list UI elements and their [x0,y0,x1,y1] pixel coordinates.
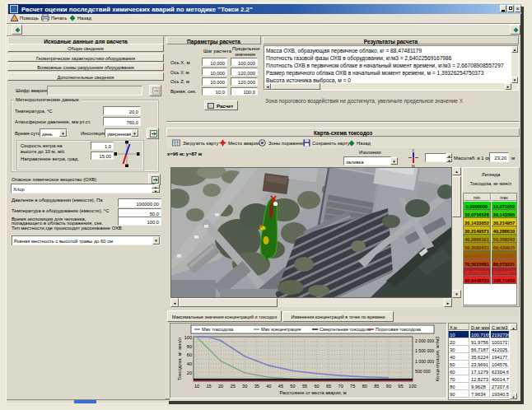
svg-text:20: 20 [187,370,192,375]
svg-text:55: 55 [302,384,307,389]
svg-text:Пороговая токсодоза: Пороговая токсодоза [376,327,422,332]
svg-text:Мах концентрация: Мах концентрация [261,327,301,332]
svg-text:100: 100 [408,384,416,389]
svg-text:10: 10 [194,384,199,389]
svg-text:15: 15 [206,384,211,389]
svg-text:40: 40 [187,361,192,366]
svg-text:80: 80 [187,344,192,349]
svg-text:2 000 000: 2 000 000 [415,338,434,343]
svg-text:90: 90 [386,384,391,389]
svg-text:30: 30 [242,384,247,389]
svg-text:Мах токсодоза: Мах токсодоза [202,327,234,332]
svg-text:80: 80 [362,384,367,389]
svg-text:70: 70 [338,384,343,389]
svg-text:75: 75 [350,384,355,389]
svg-text:60: 60 [314,384,319,389]
svg-text:Концентрация, мг/м3: Концентрация, мг/м3 [435,337,440,381]
svg-text:35: 35 [254,384,259,389]
svg-text:1 000 000: 1 000 000 [415,359,434,364]
svg-text:500 000: 500 000 [415,369,431,374]
svg-text:с: с [413,147,415,152]
svg-text:40: 40 [266,384,271,389]
svg-text:65: 65 [326,384,331,389]
svg-text:50: 50 [290,384,295,389]
svg-text:Расстояние от места аварии, м: Расстояние от места аварии, м [279,390,346,395]
svg-text:60: 60 [187,352,192,357]
svg-text:1 500 000: 1 500 000 [415,348,434,353]
svg-text:Смертельная токсодоза: Смертельная токсодоза [320,327,371,332]
svg-text:85: 85 [374,384,379,389]
svg-text:20: 20 [218,384,223,389]
svg-text:100: 100 [184,335,192,340]
svg-text:45: 45 [278,384,283,389]
svg-text:95: 95 [398,384,403,389]
svg-text:Токсодоза, мг·мин/л: Токсодоза, мг·мин/л [177,338,182,380]
svg-text:25: 25 [231,384,236,389]
